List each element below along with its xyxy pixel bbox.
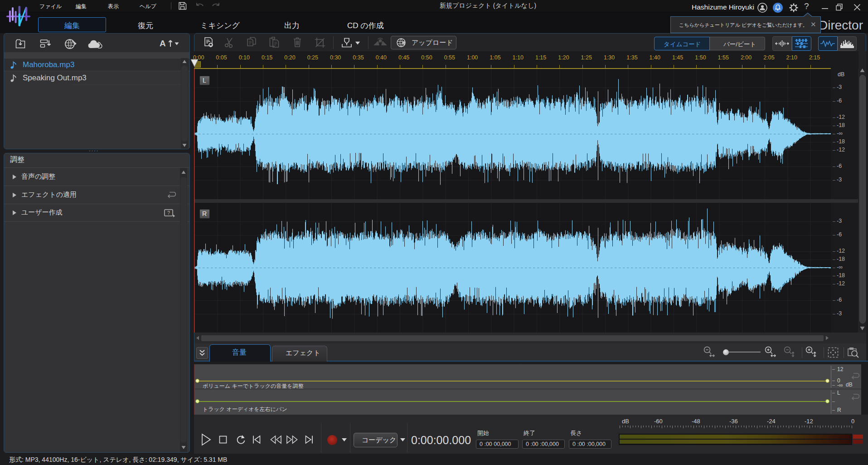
svg-text:?: ? — [167, 210, 170, 215]
